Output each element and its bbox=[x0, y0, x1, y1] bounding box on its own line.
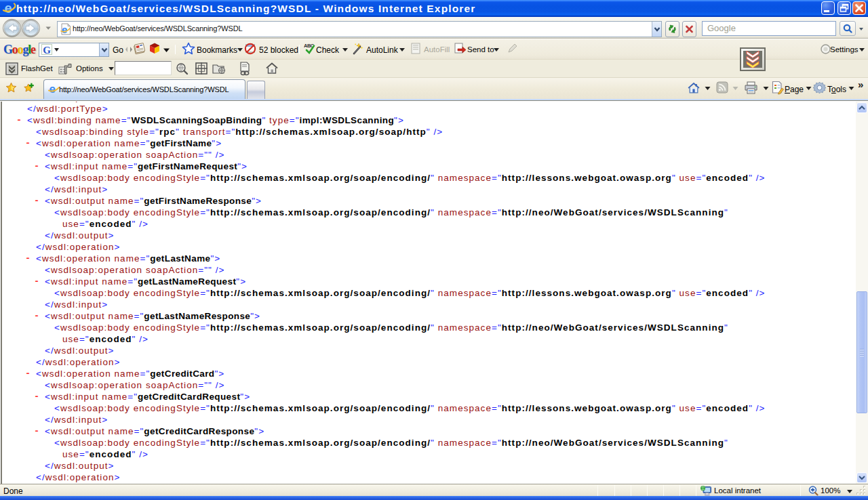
svg-text:e: e bbox=[50, 83, 56, 94]
svg-text:e: e bbox=[62, 24, 67, 35]
svg-text:e: e bbox=[4, 1, 12, 16]
